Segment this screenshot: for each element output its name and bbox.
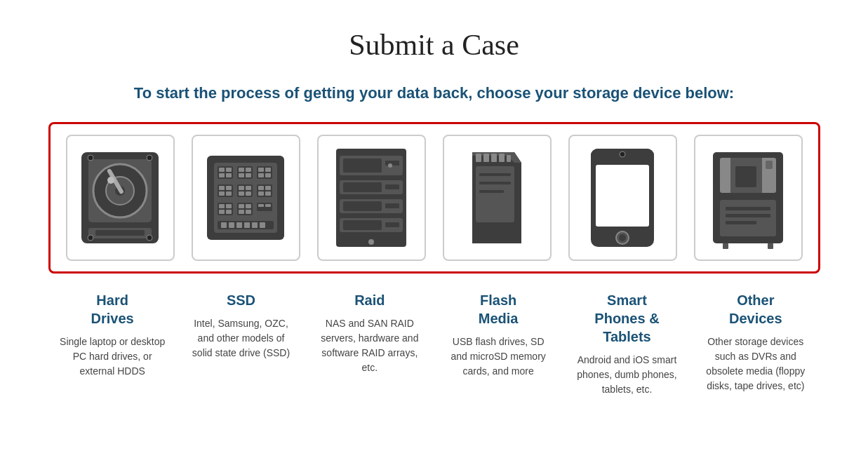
svg-rect-39 xyxy=(246,191,251,196)
ssd-label-col: SSD Intel, Samsung, OZC, and other model… xyxy=(187,291,295,360)
svg-rect-16 xyxy=(219,168,225,172)
svg-rect-46 xyxy=(219,204,225,208)
hard-drives-desc: Single laptop or desktop PC hard drives,… xyxy=(58,335,167,379)
svg-rect-26 xyxy=(258,168,264,172)
svg-rect-83 xyxy=(483,154,489,162)
svg-rect-108 xyxy=(723,243,728,249)
page-title: Submit a Case xyxy=(48,28,820,62)
svg-rect-84 xyxy=(491,154,497,162)
svg-rect-72 xyxy=(385,184,399,189)
subtitle: To start the process of getting your dat… xyxy=(48,83,820,104)
svg-rect-56 xyxy=(258,204,264,207)
hard-drive-card[interactable] xyxy=(66,135,175,261)
svg-rect-37 xyxy=(246,186,251,190)
svg-point-10 xyxy=(147,155,152,161)
svg-point-11 xyxy=(88,235,93,241)
raid-desc: NAS and SAN RAID servers, hardware and s… xyxy=(315,316,424,375)
smart-phones-label-col: SmartPhones &Tablets Android and iOS sma… xyxy=(573,291,681,397)
svg-rect-105 xyxy=(726,214,770,217)
svg-point-79 xyxy=(368,239,374,245)
svg-rect-8 xyxy=(95,230,145,236)
svg-rect-27 xyxy=(265,168,271,172)
other-devices-label-col: OtherDevices Other storage devices such … xyxy=(701,291,810,393)
svg-rect-106 xyxy=(726,221,756,224)
svg-rect-24 xyxy=(246,173,251,177)
svg-rect-104 xyxy=(726,207,770,210)
flash-media-icon xyxy=(455,145,539,250)
svg-point-12 xyxy=(147,235,152,241)
ssd-desc: Intel, Samsung, OZC, and other models of… xyxy=(187,316,295,360)
smart-phone-icon xyxy=(580,145,665,250)
svg-rect-32 xyxy=(226,186,232,190)
svg-rect-34 xyxy=(226,191,232,196)
svg-rect-60 xyxy=(229,222,234,228)
svg-rect-23 xyxy=(239,173,244,177)
svg-rect-107 xyxy=(768,243,773,249)
svg-rect-28 xyxy=(258,173,264,177)
svg-rect-77 xyxy=(343,220,382,230)
devices-grid xyxy=(48,122,820,274)
svg-rect-41 xyxy=(258,186,264,190)
svg-rect-29 xyxy=(265,173,271,177)
svg-rect-51 xyxy=(239,204,244,208)
svg-rect-57 xyxy=(265,204,271,207)
svg-point-6 xyxy=(107,177,114,184)
svg-rect-47 xyxy=(226,204,232,208)
svg-point-69 xyxy=(388,163,392,168)
svg-rect-52 xyxy=(246,204,251,208)
labels-grid: HardDrives Single laptop or desktop PC h… xyxy=(48,291,820,397)
other-devices-heading: OtherDevices xyxy=(701,291,810,328)
other-devices-icon xyxy=(706,145,790,250)
ssd-heading: SSD xyxy=(187,291,295,309)
svg-rect-67 xyxy=(343,159,382,173)
svg-rect-71 xyxy=(343,182,382,192)
raid-card[interactable] xyxy=(317,135,426,261)
svg-rect-49 xyxy=(226,210,232,214)
svg-point-9 xyxy=(88,155,93,161)
svg-rect-102 xyxy=(766,161,773,169)
svg-rect-22 xyxy=(246,168,251,172)
svg-rect-90 xyxy=(479,190,504,193)
svg-rect-33 xyxy=(219,191,225,196)
svg-rect-42 xyxy=(265,186,271,190)
svg-rect-17 xyxy=(226,168,232,172)
svg-rect-54 xyxy=(246,210,251,214)
svg-rect-59 xyxy=(221,222,227,228)
hard-drives-label-col: HardDrives Single laptop or desktop PC h… xyxy=(58,291,167,379)
hard-drive-icon xyxy=(78,145,162,250)
other-devices-desc: Other storage devices such as DVRs and o… xyxy=(701,335,810,393)
svg-rect-63 xyxy=(252,222,258,228)
svg-point-94 xyxy=(620,151,625,157)
flash-media-heading: FlashMedia xyxy=(444,291,553,328)
svg-rect-36 xyxy=(239,186,244,190)
flash-media-card[interactable] xyxy=(443,135,552,261)
svg-rect-31 xyxy=(219,186,225,190)
svg-rect-43 xyxy=(258,191,264,196)
svg-rect-103 xyxy=(720,200,776,236)
ssd-card[interactable] xyxy=(192,135,300,261)
hard-drives-heading: HardDrives xyxy=(58,291,167,328)
svg-rect-85 xyxy=(499,154,505,162)
svg-rect-62 xyxy=(244,222,250,228)
svg-rect-78 xyxy=(385,222,399,227)
svg-rect-61 xyxy=(236,222,242,228)
svg-rect-18 xyxy=(219,173,225,177)
svg-rect-89 xyxy=(479,182,511,184)
raid-icon xyxy=(329,145,413,250)
flash-media-desc: USB flash drives, SD and microSD memory … xyxy=(444,335,553,379)
smart-phones-heading: SmartPhones &Tablets xyxy=(573,291,681,346)
page-container: Submit a Case To start the process of ge… xyxy=(48,14,820,397)
svg-rect-74 xyxy=(343,201,382,211)
svg-rect-75 xyxy=(385,203,399,208)
svg-rect-44 xyxy=(265,191,271,196)
raid-heading: Raid xyxy=(315,291,424,309)
svg-rect-19 xyxy=(226,173,232,177)
svg-rect-82 xyxy=(476,154,481,162)
svg-rect-101 xyxy=(735,166,756,187)
svg-rect-64 xyxy=(260,222,265,228)
svg-rect-95 xyxy=(596,165,649,227)
smart-phone-card[interactable] xyxy=(568,135,677,261)
other-devices-card[interactable] xyxy=(694,135,803,261)
svg-rect-68 xyxy=(385,161,399,166)
svg-point-97 xyxy=(619,234,626,241)
